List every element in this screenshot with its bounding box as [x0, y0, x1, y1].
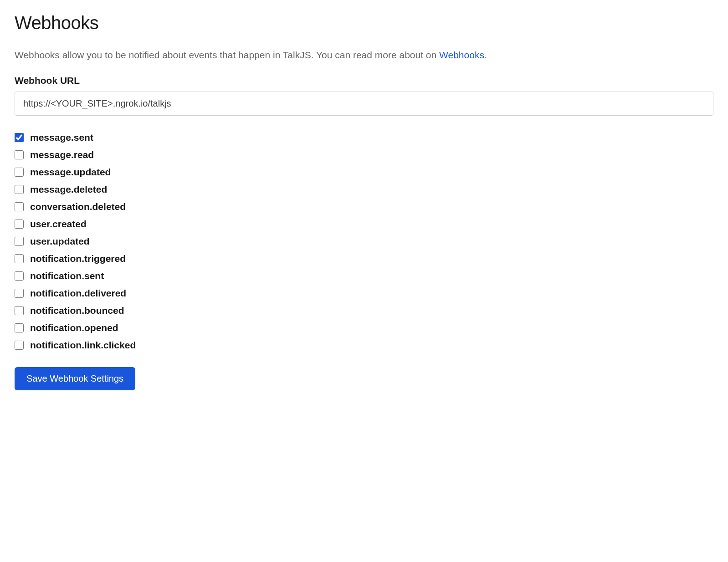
event-label[interactable]: message.deleted: [30, 184, 107, 195]
event-checkbox-notification-bounced[interactable]: [15, 306, 24, 315]
webhook-url-input[interactable]: [15, 92, 713, 116]
event-label[interactable]: notification.delivered: [30, 288, 126, 299]
event-label[interactable]: conversation.deleted: [30, 201, 126, 212]
event-row: user.created: [15, 219, 713, 230]
event-label[interactable]: notification.triggered: [30, 253, 126, 264]
event-row: message.sent: [15, 132, 713, 143]
event-row: notification.delivered: [15, 288, 713, 299]
event-row: notification.sent: [15, 271, 713, 281]
event-checkbox-notification-opened[interactable]: [15, 323, 24, 332]
event-checkbox-notification-sent[interactable]: [15, 271, 24, 281]
event-checkbox-user-updated[interactable]: [15, 237, 24, 246]
event-checkbox-message-deleted[interactable]: [15, 185, 24, 194]
event-row: message.read: [15, 149, 713, 160]
event-checkbox-conversation-deleted[interactable]: [15, 202, 24, 211]
webhook-url-label: Webhook URL: [15, 75, 713, 86]
description-prefix: Webhooks allow you to be notified about …: [15, 50, 439, 60]
event-label[interactable]: notification.opened: [30, 322, 118, 333]
event-row: user.updated: [15, 236, 713, 247]
page-description: Webhooks allow you to be notified about …: [15, 48, 713, 62]
event-checkbox-notification-triggered[interactable]: [15, 254, 24, 263]
event-label[interactable]: message.read: [30, 149, 94, 160]
event-row: notification.triggered: [15, 253, 713, 264]
event-label[interactable]: user.created: [30, 219, 87, 230]
event-row: notification.bounced: [15, 305, 713, 316]
event-row: message.updated: [15, 167, 713, 178]
save-webhook-settings-button[interactable]: Save Webhook Settings: [15, 367, 135, 390]
event-label[interactable]: user.updated: [30, 236, 90, 247]
event-label[interactable]: notification.link.clicked: [30, 340, 136, 351]
event-row: notification.link.clicked: [15, 340, 713, 351]
page-title: Webhooks: [15, 13, 713, 33]
event-checkbox-user-created[interactable]: [15, 220, 24, 229]
event-checkbox-notification-delivered[interactable]: [15, 289, 24, 298]
webhook-events-list: message.sentmessage.readmessage.updatedm…: [15, 132, 713, 351]
event-row: message.deleted: [15, 184, 713, 195]
event-checkbox-message-sent[interactable]: [15, 133, 24, 142]
event-label[interactable]: notification.sent: [30, 271, 104, 281]
event-row: notification.opened: [15, 322, 713, 333]
event-checkbox-message-read[interactable]: [15, 150, 24, 159]
event-label[interactable]: message.updated: [30, 167, 111, 178]
description-suffix: .: [484, 50, 487, 60]
event-label[interactable]: notification.bounced: [30, 305, 124, 316]
event-row: conversation.deleted: [15, 201, 713, 212]
event-label[interactable]: message.sent: [30, 132, 93, 143]
event-checkbox-message-updated[interactable]: [15, 168, 24, 177]
webhooks-docs-link[interactable]: Webhooks: [439, 50, 484, 60]
event-checkbox-notification-link-clicked[interactable]: [15, 341, 24, 350]
